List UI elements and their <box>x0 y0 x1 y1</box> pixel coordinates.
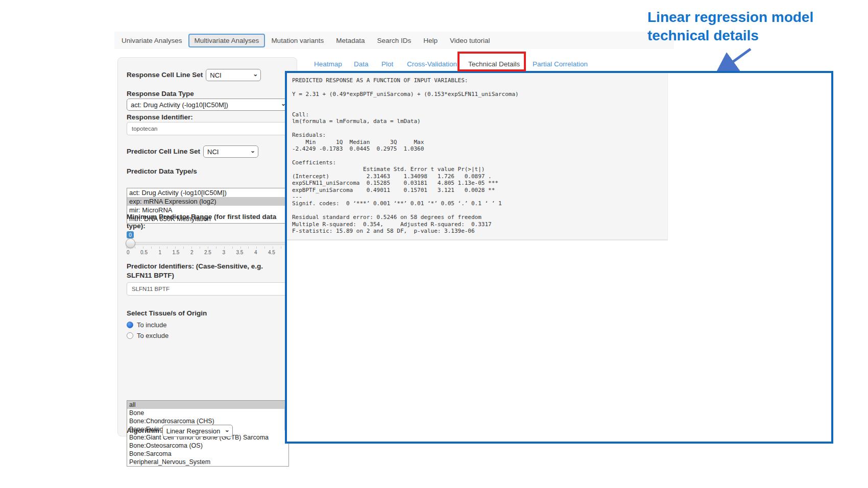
slider-handle[interactable] <box>126 238 135 248</box>
tick-label: 2 <box>190 250 194 255</box>
response-cell-line-set-row: Response Cell Line Set NCI ⌄ <box>127 69 289 81</box>
list-item[interactable]: Bone:Chondrosarcoma (CHS) <box>127 417 288 425</box>
list-item[interactable]: all <box>127 401 288 409</box>
nav-item-video-tutorial[interactable]: Video tutorial <box>444 34 496 47</box>
radio-to-exclude-label: To exclude <box>137 332 168 339</box>
radio-selected-icon <box>127 322 133 328</box>
chevron-down-icon: ⌄ <box>225 426 230 433</box>
response-data-type-label: Response Data Type <box>127 89 289 99</box>
tick-label: 1.5 <box>173 250 180 255</box>
predictor-cell-line-set-label: Predictor Cell Line Set <box>127 147 200 156</box>
nav-item-mutation-variants[interactable]: Mutation variants <box>265 34 330 47</box>
predictor-identifiers-input[interactable] <box>127 282 289 296</box>
tab-heatmap[interactable]: Heatmap <box>314 60 342 68</box>
regression-summary-output: PREDICTED RESPONSE AS A FUNCTION OF INPU… <box>287 73 668 240</box>
list-item[interactable]: Peripheral_Nervous_System <box>127 458 288 466</box>
technical-details-panel: PREDICTED RESPONSE AS A FUNCTION OF INPU… <box>285 71 833 444</box>
response-cell-line-set-select[interactable]: NCI ⌄ <box>206 69 261 81</box>
predictor-cell-line-set-row: Predictor Cell Line Set NCI ⌄ <box>127 145 289 158</box>
list-item[interactable]: act: Drug Activity (-log10[IC50M]) <box>127 188 288 197</box>
tab-cross-validation[interactable]: Cross-Validation <box>407 60 457 68</box>
chevron-down-icon: ⌄ <box>250 147 255 154</box>
tick-label: 3 <box>222 250 225 255</box>
tick-label: 4.5 <box>268 250 275 255</box>
list-item[interactable]: Bone:Osteosarcoma (OS) <box>127 442 288 450</box>
tick-label: 1 <box>158 250 161 255</box>
predictor-data-types-label: Predictor Data Type/s <box>127 167 289 176</box>
nav-item-help[interactable]: Help <box>417 34 444 47</box>
tick-label: 3.5 <box>236 250 243 255</box>
tissue-origin-label: Select Tissue/s of Origin <box>127 309 289 318</box>
radio-to-include[interactable]: To include <box>127 320 289 330</box>
min-predictor-range-label: Minimum Predictor Range (for first liste… <box>127 212 289 230</box>
list-item[interactable]: Bone:Sarcoma <box>127 450 288 458</box>
annotation-line-2: technical details <box>647 27 831 45</box>
algorithm-select[interactable]: Linear Regression ⌄ <box>162 425 233 437</box>
nav-item-metadata[interactable]: Metadata <box>330 34 371 47</box>
tab-partial-correlation[interactable]: Partial Correlation <box>533 60 588 68</box>
nav-item-univariate-analyses[interactable]: Univariate Analyses <box>115 34 188 47</box>
algorithm-row: Algorithm Linear Regression ⌄ <box>127 425 289 437</box>
response-identifier-label: Response Identifier: <box>127 113 289 122</box>
tick-label: 0 <box>127 250 130 255</box>
list-item[interactable]: exp: mRNA Expression (log2) <box>127 197 288 206</box>
slider-value-badge: 0 <box>127 231 134 238</box>
tab-plot[interactable]: Plot <box>381 60 393 68</box>
slider-tick-labels: 0 0.5 1 1.5 2 2.5 3 3.5 4 4.5 5 <box>127 250 289 255</box>
tick-label: 0.5 <box>140 250 148 255</box>
predictor-cell-line-set-value: NCI <box>207 148 219 156</box>
predictor-cell-line-set-select[interactable]: NCI ⌄ <box>203 145 258 158</box>
algorithm-value: Linear Regression <box>166 427 221 435</box>
top-navigation: Univariate Analyses Multivariate Analyse… <box>114 32 674 49</box>
response-cell-line-set-value: NCI <box>210 71 221 79</box>
annotation-text: Linear regression model technical detail… <box>647 8 831 45</box>
list-item[interactable]: Bone <box>127 409 288 417</box>
response-cell-line-set-label: Response Cell Line Set <box>127 70 203 80</box>
tab-data[interactable]: Data <box>354 60 369 68</box>
predictor-identifiers-label: Predictor Identifiers: (Case-Sensitive, … <box>127 262 289 280</box>
red-highlight-box <box>457 52 526 71</box>
radio-to-include-label: To include <box>137 321 167 329</box>
tick-label: 4 <box>254 250 257 255</box>
algorithm-label: Algorithm <box>127 426 159 435</box>
chevron-down-icon: ⌄ <box>253 70 258 78</box>
response-identifier-input[interactable] <box>127 122 289 135</box>
radio-to-exclude[interactable]: To exclude <box>127 330 289 340</box>
response-data-type-value: act: Drug Activity (-log10[IC50M]) <box>131 101 228 109</box>
radio-unselected-icon <box>127 332 133 339</box>
response-data-type-select[interactable]: act: Drug Activity (-log10[IC50M]) ⌄ <box>127 99 289 111</box>
tick-label: 2.5 <box>204 250 211 255</box>
nav-item-search-ids[interactable]: Search IDs <box>371 34 417 47</box>
sidebar-panel: Response Cell Line Set NCI ⌄ Response Da… <box>117 57 297 436</box>
slider-tick-marks <box>127 247 289 249</box>
min-predictor-range-slider: 0 5 0 0.5 1 1.5 2 2.5 3 3.5 4 4.5 5 <box>127 231 289 257</box>
slider-track[interactable] <box>127 242 289 245</box>
nav-item-multivariate-analyses[interactable]: Multivariate Analyses <box>188 34 266 47</box>
annotation-line-1: Linear regression model <box>647 8 831 27</box>
